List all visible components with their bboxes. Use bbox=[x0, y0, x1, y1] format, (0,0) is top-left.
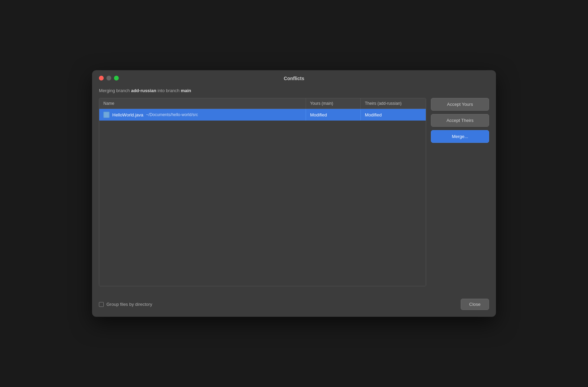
merge-button[interactable]: Merge... bbox=[431, 130, 489, 143]
minimize-window-button[interactable] bbox=[106, 76, 111, 80]
close-window-button[interactable] bbox=[99, 76, 104, 80]
file-icon bbox=[103, 112, 110, 118]
col-header-theirs: Theirs (add-russian) bbox=[361, 98, 426, 109]
merge-prefix: Merging branch bbox=[99, 88, 131, 93]
conflicts-table: Name Yours (main) Theirs (add-russian) H… bbox=[99, 98, 426, 286]
title-bar: Conflicts bbox=[92, 70, 496, 85]
col-header-yours: Yours (main) bbox=[306, 98, 361, 109]
merge-info: Merging branch add-russian into branch m… bbox=[99, 88, 489, 93]
dialog-body: Merging branch add-russian into branch m… bbox=[92, 85, 496, 293]
table-body: HelloWorld.java ~/Documents/hello-world/… bbox=[99, 109, 426, 286]
merge-mid: into branch bbox=[156, 88, 181, 93]
theirs-status-cell: Modified bbox=[361, 110, 426, 120]
checkbox-row: Group files by directory bbox=[99, 302, 152, 307]
file-name-cell: HelloWorld.java ~/Documents/hello-world/… bbox=[99, 109, 306, 121]
window-controls bbox=[99, 76, 119, 80]
group-by-directory-checkbox[interactable] bbox=[99, 302, 104, 307]
accept-yours-button[interactable]: Accept Yours bbox=[431, 98, 489, 111]
file-path: ~/Documents/hello-world/src bbox=[146, 112, 198, 117]
conflicts-dialog: Conflicts Merging branch add-russian int… bbox=[92, 70, 496, 317]
content-area: Name Yours (main) Theirs (add-russian) H… bbox=[99, 98, 489, 286]
col-header-name: Name bbox=[99, 98, 306, 109]
buttons-panel: Accept Yours Accept Theirs Merge... bbox=[431, 98, 489, 286]
branch-to: main bbox=[181, 88, 191, 93]
dialog-title: Conflicts bbox=[284, 76, 304, 81]
file-name: HelloWorld.java bbox=[112, 112, 143, 117]
yours-status-cell: Modified bbox=[306, 110, 361, 120]
close-button[interactable]: Close bbox=[461, 299, 489, 310]
branch-from: add-russian bbox=[131, 88, 156, 93]
group-by-directory-label: Group files by directory bbox=[106, 302, 152, 307]
footer-area: Group files by directory Close bbox=[92, 293, 496, 317]
table-row[interactable]: HelloWorld.java ~/Documents/hello-world/… bbox=[99, 109, 426, 121]
accept-theirs-button[interactable]: Accept Theirs bbox=[431, 114, 489, 127]
maximize-window-button[interactable] bbox=[114, 76, 119, 80]
table-header: Name Yours (main) Theirs (add-russian) bbox=[99, 98, 426, 109]
